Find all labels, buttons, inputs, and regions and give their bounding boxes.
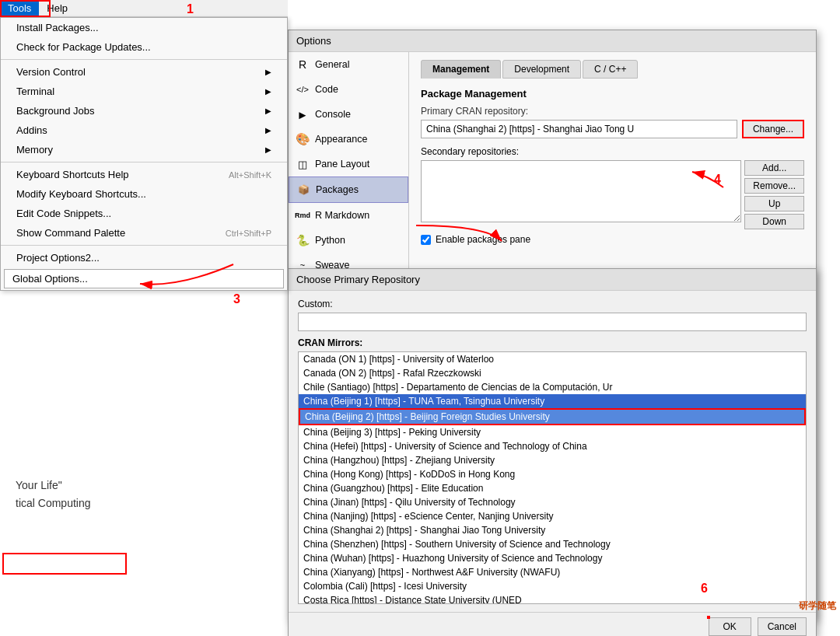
options-dialog-title: Options <box>289 30 816 52</box>
choose-repo-title: Choose Primary Repository <box>289 269 816 291</box>
menu-sep-2 <box>1 162 287 162</box>
mirror-item[interactable]: China (Guangzhou) [https] - Elite Educat… <box>299 481 806 495</box>
up-repo-button[interactable]: Up <box>744 196 804 211</box>
cancel-button[interactable]: Cancel <box>758 617 807 636</box>
enable-packages-row: Enable packages pane <box>421 234 804 245</box>
tools-dropdown-menu: Install Packages... Check for Package Up… <box>0 17 288 291</box>
change-btn-wrapper: Change... <box>742 120 804 138</box>
custom-label: Custom: <box>298 299 807 309</box>
sidebar-console[interactable]: ► Console <box>289 102 408 127</box>
menu-sep-3 <box>1 245 287 246</box>
annotation-label-4: 4 <box>714 173 721 187</box>
sidebar-appearance[interactable]: 🎨 Appearance <box>289 127 408 152</box>
annotation-label-6: 6 <box>701 582 708 596</box>
custom-repo-input[interactable] <box>298 313 807 331</box>
menu-install-packages[interactable]: Install Packages... <box>1 18 287 37</box>
choose-repo-dialog: Choose Primary Repository Custom: 5 CRAN… <box>288 268 817 636</box>
mirror-item[interactable]: China (Xianyang) [https] - Northwest A&F… <box>299 565 806 579</box>
code-icon: </> <box>295 82 310 97</box>
annotation-label-1: 1 <box>187 2 194 16</box>
menu-keyboard-help[interactable]: Keyboard Shortcuts HelpAlt+Shift+K <box>1 165 287 184</box>
mirror-item[interactable]: China (Beijing 1) [https] - TUNA Team, T… <box>299 394 806 408</box>
rmarkdown-icon: Rmd <box>295 208 310 223</box>
pane-layout-icon: ◫ <box>295 156 310 172</box>
mirror-item[interactable]: Chile (Santiago) [https] - Departamento … <box>299 380 806 394</box>
mirror-item[interactable]: China (Beijing 3) [https] - Peking Unive… <box>299 425 806 439</box>
editor-text-area: Your Life" tical Computing <box>16 477 91 512</box>
mirror-item[interactable]: China (Hong Kong) [https] - KoDDoS in Ho… <box>299 467 806 481</box>
primary-cran-label: Primary CRAN repository: <box>421 106 804 117</box>
mirror-item[interactable]: China (Hangzhou) [https] - Zhejiang Univ… <box>299 453 806 467</box>
menu-version-control[interactable]: Version Control <box>1 62 287 82</box>
menu-edit-snippets[interactable]: Edit Code Snippets... <box>1 204 287 223</box>
watermark: 研学随笔 <box>799 599 836 613</box>
choose-repo-body: Custom: 5 CRAN Mirrors: Canada (ON 1) [h… <box>289 291 816 612</box>
mirror-list[interactable]: Canada (ON 1) [https] - University of Wa… <box>298 351 807 604</box>
sidebar-pane-layout[interactable]: ◫ Pane Layout <box>289 152 408 176</box>
sidebar-rmarkdown[interactable]: Rmd R Markdown <box>289 203 408 228</box>
appearance-icon: 🎨 <box>295 131 310 147</box>
primary-cran-input[interactable] <box>421 120 737 138</box>
menu-global-options[interactable]: Global Options... <box>4 269 284 288</box>
menu-memory[interactable]: Memory <box>1 140 287 159</box>
mirror-item[interactable]: China (Shanghai 2) [https] - Shanghai Ji… <box>299 523 806 537</box>
general-icon: R <box>295 57 310 72</box>
enable-packages-checkbox[interactable] <box>421 235 431 245</box>
menubar-tools[interactable]: Tools <box>0 1 39 16</box>
change-button[interactable]: Change... <box>742 120 804 138</box>
menu-sep-1 <box>1 59 287 60</box>
sidebar-python[interactable]: 🐍 Python <box>289 228 408 253</box>
ok-button[interactable]: OK <box>709 617 751 636</box>
mirror-item[interactable]: China (Jinan) [https] - Qilu University … <box>299 495 806 509</box>
tab-cpp[interactable]: C / C++ <box>583 60 638 79</box>
mirror-item[interactable]: Canada (ON 1) [https] - University of Wa… <box>299 352 806 366</box>
mirror-item[interactable]: China (Hefei) [https] - University of Sc… <box>299 439 806 453</box>
mirror-item[interactable]: China (Wuhan) [https] - Huazhong Univers… <box>299 551 806 565</box>
secondary-repos-label: Secondary repositories: <box>421 146 804 157</box>
tab-management[interactable]: Management <box>421 60 501 79</box>
add-repo-button[interactable]: Add... <box>744 160 804 176</box>
menu-project-options[interactable]: Project Options2... <box>1 248 287 267</box>
menubar: Tools Help <box>0 0 288 17</box>
repo-action-buttons: Add... Remove... Up Down <box>744 160 804 229</box>
ok-btn-wrapper: OK <box>709 617 751 636</box>
tab-development[interactable]: Development <box>502 60 581 79</box>
package-management-title: Package Management <box>421 88 804 100</box>
menu-show-palette[interactable]: Show Command PaletteCtrl+Shift+P <box>1 223 287 243</box>
menubar-help[interactable]: Help <box>39 1 75 16</box>
remove-repo-button[interactable]: Remove... <box>744 178 804 194</box>
mirror-item[interactable]: China (Nanjing) [https] - eScience Cente… <box>299 509 806 523</box>
python-icon: 🐍 <box>295 232 310 248</box>
menu-background-jobs[interactable]: Background Jobs <box>1 101 287 121</box>
packages-icon: 📦 <box>296 182 311 197</box>
mirror-item[interactable]: Colombia (Cali) [https] - Icesi Universi… <box>299 579 806 593</box>
down-repo-button[interactable]: Down <box>744 214 804 229</box>
mirror-item[interactable]: Costa Rica [https] - Distance State Univ… <box>299 593 806 604</box>
cran-mirrors-label: CRAN Mirrors: <box>298 337 807 348</box>
menu-terminal[interactable]: Terminal <box>1 82 287 101</box>
menu-modify-keyboard[interactable]: Modify Keyboard Shortcuts... <box>1 184 287 204</box>
secondary-repos-row: Add... Remove... Up Down <box>421 160 804 229</box>
console-icon: ► <box>295 107 310 122</box>
enable-packages-label: Enable packages pane <box>436 234 530 245</box>
mirror-item[interactable]: China (Shenzhen) [https] - Southern Univ… <box>299 537 806 551</box>
mirror-item[interactable]: Canada (ON 2) [https] - Rafal Rzeczkowsk… <box>299 366 806 380</box>
sidebar-general[interactable]: R General <box>289 52 408 77</box>
menu-addins[interactable]: Addins <box>1 121 287 140</box>
sidebar-packages[interactable]: 📦 Packages <box>289 176 408 203</box>
tab-bar: Management Development C / C++ <box>421 60 804 79</box>
sidebar-code[interactable]: </> Code <box>289 77 408 102</box>
choose-repo-footer: OK Cancel <box>289 612 816 636</box>
mirror-item[interactable]: China (Beijing 2) [https] - Beijing Fore… <box>299 408 806 425</box>
package-management-section: Package Management Primary CRAN reposito… <box>421 88 804 245</box>
secondary-repos-list[interactable] <box>421 160 741 222</box>
primary-cran-row: Change... <box>421 120 804 138</box>
annotation-label-3: 3 <box>233 292 240 306</box>
menu-check-updates[interactable]: Check for Package Updates... <box>1 37 287 57</box>
